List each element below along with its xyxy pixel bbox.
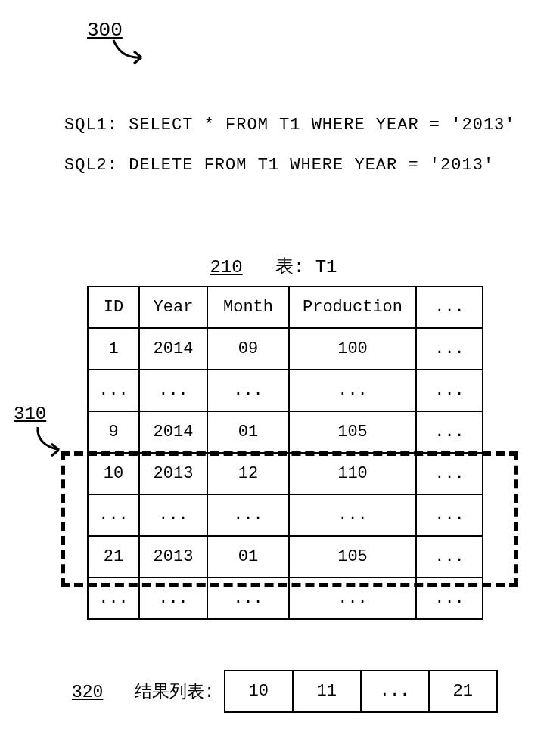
cell: ... <box>416 411 483 453</box>
cell: ... <box>207 494 289 536</box>
arrow-icon <box>110 36 155 70</box>
table-title: 210 表: T1 <box>0 254 547 278</box>
result-cell: 21 <box>429 671 497 712</box>
cell: ... <box>207 370 289 411</box>
cell: ... <box>88 494 139 536</box>
result-cell: 10 <box>225 671 293 712</box>
cell: 9 <box>88 411 139 453</box>
cell: 2013 <box>139 536 207 578</box>
th-month: Month <box>207 287 289 328</box>
cell: 09 <box>207 328 289 370</box>
cell: ... <box>416 328 483 370</box>
cell: 01 <box>207 536 289 578</box>
th-id: ID <box>88 287 139 328</box>
cell: ... <box>139 494 207 536</box>
result-label: 320 结果列表: <box>72 680 215 703</box>
cell: 01 <box>207 411 289 453</box>
cell: ... <box>88 370 139 411</box>
cell: ... <box>416 578 483 619</box>
cell: ... <box>289 578 416 619</box>
cell: 1 <box>88 328 139 370</box>
ref-label-210: 210 <box>210 257 242 277</box>
sql-code-block: SQL1: SELECT * FROM T1 WHERE YEAR = '201… <box>64 106 516 186</box>
sql-line-1: SQL1: SELECT * FROM T1 WHERE YEAR = '201… <box>64 106 516 146</box>
cell: ... <box>88 578 139 619</box>
table-row: 1 2014 09 100 ... <box>88 328 483 370</box>
cell: 21 <box>88 536 139 578</box>
cell: 2014 <box>139 411 207 453</box>
result-cell: ... <box>361 671 429 712</box>
table-row: 9 2014 01 105 ... <box>88 411 483 453</box>
cell: 105 <box>289 411 416 453</box>
cell: ... <box>416 370 483 411</box>
cell: 12 <box>207 453 289 494</box>
table-row: 10 2013 12 110 ... <box>88 453 483 494</box>
cell: ... <box>416 453 483 494</box>
ref-label-310: 310 <box>14 404 46 424</box>
result-label-text: 结果列表: <box>135 683 215 702</box>
cell: ... <box>139 370 207 411</box>
arrow-icon <box>30 423 72 461</box>
table-row: ... ... ... ... ... <box>88 370 483 411</box>
cell: ... <box>416 536 483 578</box>
sql-line-2: SQL2: DELETE FROM T1 WHERE YEAR = '2013' <box>64 146 516 186</box>
table-row: ... ... ... ... ... <box>88 494 483 536</box>
result-section: 320 结果列表: 10 11 ... 21 <box>72 670 498 713</box>
th-etc: ... <box>416 287 483 328</box>
cell: 110 <box>289 453 416 494</box>
result-cell: 11 <box>293 671 361 712</box>
cell: ... <box>207 578 289 619</box>
data-table: ID Year Month Production ... 1 2014 09 1… <box>87 286 483 620</box>
th-year: Year <box>139 287 207 328</box>
cell: 100 <box>289 328 416 370</box>
table-name: 表: T1 <box>275 257 337 277</box>
table-header-row: ID Year Month Production ... <box>88 287 483 328</box>
cell: ... <box>139 578 207 619</box>
table-row: 21 2013 01 105 ... <box>88 536 483 578</box>
cell: 10 <box>88 453 139 494</box>
cell: 2014 <box>139 328 207 370</box>
th-production: Production <box>289 287 416 328</box>
cell: ... <box>289 494 416 536</box>
table-row: ... ... ... ... ... <box>88 578 483 619</box>
cell: 2013 <box>139 453 207 494</box>
cell: ... <box>289 370 416 411</box>
cell: 105 <box>289 536 416 578</box>
cell: ... <box>416 494 483 536</box>
ref-label-320: 320 <box>72 683 103 702</box>
result-table: 10 11 ... 21 <box>224 670 498 713</box>
